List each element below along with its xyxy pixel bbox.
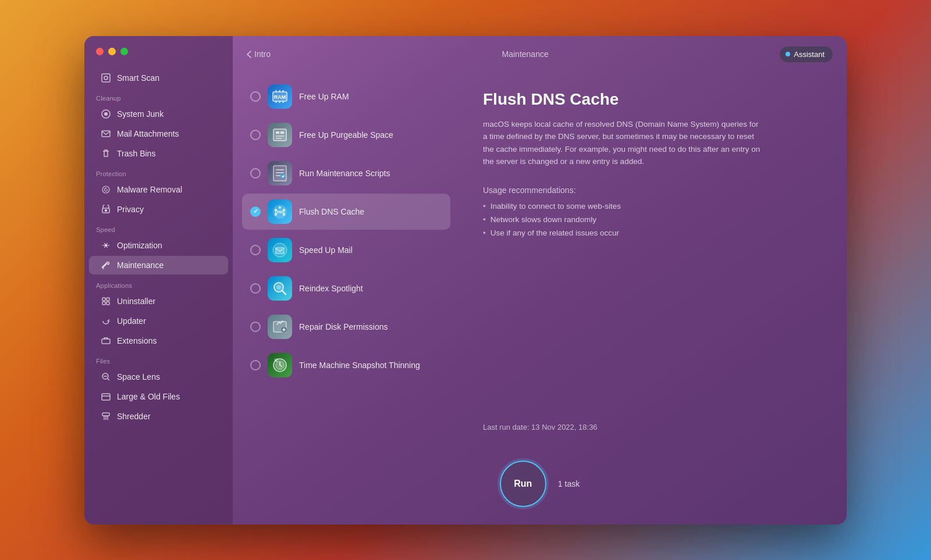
task-radio-purgeable[interactable] [250, 130, 261, 140]
svg-point-39 [283, 209, 285, 211]
updater-label: Updater [117, 316, 146, 326]
task-icon-repair-disk [268, 315, 292, 339]
task-radio-speed-up-mail[interactable] [250, 245, 261, 255]
sidebar-item-privacy[interactable]: Privacy [89, 200, 228, 219]
trash-bins-icon [101, 148, 111, 159]
malware-removal-label: Malware Removal [117, 185, 182, 194]
sidebar: Smart Scan Cleanup System Junk Mail Atta… [84, 36, 233, 525]
sidebar-item-system-junk[interactable]: System Junk [89, 105, 228, 123]
svg-rect-4 [102, 131, 110, 137]
sidebar-item-mail-attachments[interactable]: Mail Attachments [89, 124, 228, 143]
sidebar-item-uninstaller[interactable]: Uninstaller [89, 292, 228, 311]
task-icon-maintenance-scripts [268, 161, 292, 186]
svg-rect-27 [276, 131, 279, 134]
svg-rect-24 [279, 101, 280, 103]
task-item-time-machine[interactable]: Time Machine Snapshot Thinning [242, 347, 450, 383]
maximize-button[interactable] [120, 48, 128, 55]
top-bar: Intro Maintenance Assistant [233, 36, 847, 73]
traffic-lights [96, 48, 128, 55]
task-item-free-up-ram[interactable]: RAM Free Up RAM [242, 79, 450, 115]
sidebar-item-space-lens[interactable]: Space Lens [89, 368, 228, 386]
task-radio-flush-dns[interactable] [250, 206, 261, 217]
svg-point-1 [104, 76, 108, 80]
task-label-time-machine: Time Machine Snapshot Thinning [299, 361, 420, 370]
bottom-run-area: Run 1 task [233, 449, 847, 525]
sidebar-item-extensions[interactable]: Extensions [89, 331, 228, 350]
shredder-icon [101, 411, 111, 422]
task-radio-time-machine[interactable] [250, 360, 261, 370]
mail-attachments-label: Mail Attachments [117, 129, 179, 138]
sidebar-item-updater[interactable]: Updater [89, 312, 228, 330]
sidebar-item-large-old-files[interactable]: Large & Old Files [89, 387, 228, 406]
assistant-button[interactable]: Assistant [780, 47, 833, 62]
back-button[interactable]: Intro [247, 49, 271, 59]
svg-rect-17 [102, 413, 109, 416]
task-icon-time-machine [268, 353, 292, 377]
task-item-maintenance-scripts[interactable]: Run Maintenance Scripts [242, 155, 450, 191]
usage-item-3: Use if any of the related issues occur [483, 229, 823, 237]
content-split: RAM Free Up RAM [233, 73, 847, 449]
detail-panel: Flush DNS Cache macOS keeps local cache … [460, 73, 847, 449]
task-icon-reindex-spotlight [268, 276, 292, 301]
svg-point-46 [276, 285, 281, 290]
svg-rect-9 [102, 298, 105, 301]
sidebar-section-speed: Speed [84, 219, 233, 236]
sidebar-section-applications: Applications [84, 275, 233, 291]
app-window: Smart Scan Cleanup System Junk Mail Atta… [84, 36, 847, 525]
svg-rect-28 [280, 131, 284, 134]
task-radio-repair-disk[interactable] [250, 322, 261, 332]
extensions-icon [101, 336, 111, 346]
privacy-label: Privacy [117, 205, 144, 214]
svg-point-41 [275, 209, 277, 211]
svg-rect-23 [275, 101, 277, 103]
svg-rect-29 [276, 135, 284, 137]
task-label-flush-dns: Flush DNS Cache [299, 207, 364, 216]
task-label-reindex-spotlight: Reindex Spotlight [299, 284, 363, 293]
extensions-label: Extensions [117, 336, 157, 345]
task-item-speed-up-mail[interactable]: Speed Up Mail [242, 232, 450, 268]
task-icon-speed-up-mail [268, 238, 292, 262]
svg-line-45 [282, 291, 286, 294]
sidebar-item-optimization[interactable]: Optimization [89, 236, 228, 255]
task-item-purgeable[interactable]: Free Up Purgeable Space [242, 117, 450, 153]
task-radio-reindex-spotlight[interactable] [250, 283, 261, 294]
task-item-flush-dns[interactable]: DNS Flush DNS Cache [242, 194, 450, 230]
last-run-date: Last run date: 13 Nov 2022, 18:36 [483, 405, 823, 431]
optimization-icon [101, 240, 111, 251]
task-label-purgeable: Free Up Purgeable Space [299, 130, 393, 140]
maintenance-icon [101, 260, 111, 270]
svg-rect-0 [102, 74, 110, 82]
system-junk-icon [101, 109, 111, 119]
optimization-label: Optimization [117, 241, 162, 250]
sidebar-smart-scan-label: Smart Scan [117, 73, 159, 83]
svg-rect-21 [279, 90, 280, 92]
close-button[interactable] [96, 48, 104, 55]
task-radio-free-up-ram[interactable] [250, 91, 261, 102]
svg-rect-10 [106, 298, 109, 301]
task-icon-purgeable [268, 123, 292, 147]
trash-bins-label: Trash Bins [117, 149, 155, 158]
sidebar-section-protection: Protection [84, 163, 233, 180]
svg-point-38 [279, 206, 281, 209]
task-count: 1 task [558, 479, 580, 488]
task-item-reindex-spotlight[interactable]: Reindex Spotlight [242, 270, 450, 306]
task-item-repair-disk[interactable]: Repair Disk Permissions [242, 309, 450, 345]
space-lens-label: Space Lens [117, 372, 160, 381]
svg-rect-25 [282, 101, 284, 103]
svg-point-3 [104, 112, 108, 116]
sidebar-item-maintenance[interactable]: Maintenance [89, 256, 228, 274]
task-radio-maintenance-scripts[interactable] [250, 168, 261, 179]
usage-recommendations-label: Usage recommendations: [483, 186, 823, 195]
svg-point-42 [275, 213, 277, 216]
task-label-speed-up-mail: Speed Up Mail [299, 245, 353, 255]
sidebar-item-smart-scan[interactable]: Smart Scan [89, 69, 228, 87]
minimize-button[interactable] [108, 48, 116, 55]
run-button[interactable]: Run [500, 461, 546, 507]
sidebar-item-shredder[interactable]: Shredder [89, 407, 228, 426]
detail-title: Flush DNS Cache [483, 90, 823, 109]
shredder-label: Shredder [117, 412, 151, 421]
sidebar-item-trash-bins[interactable]: Trash Bins [89, 144, 228, 163]
sidebar-item-malware-removal[interactable]: Malware Removal [89, 180, 228, 199]
task-label-maintenance-scripts: Run Maintenance Scripts [299, 169, 390, 178]
main-content: Intro Maintenance Assistant RAM [233, 36, 847, 525]
